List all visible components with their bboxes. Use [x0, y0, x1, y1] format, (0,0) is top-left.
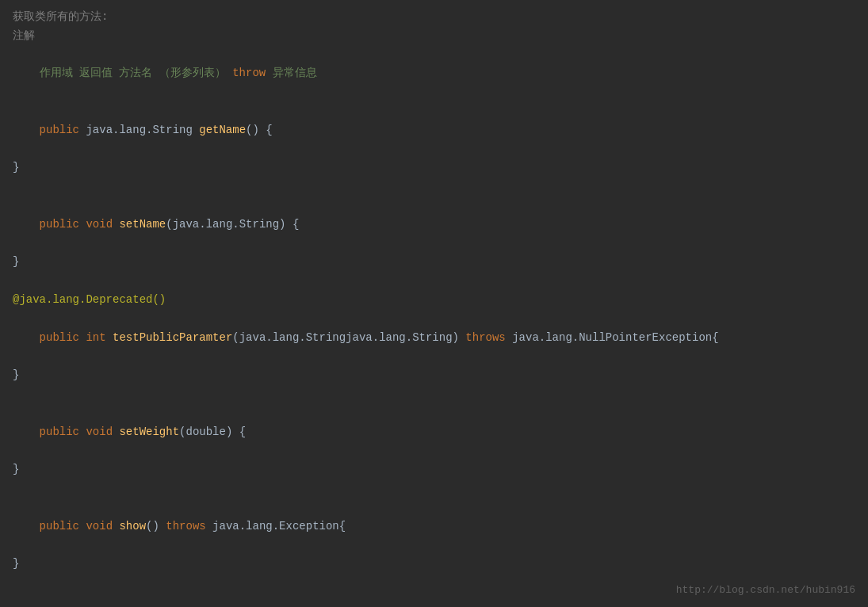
public-kw5: public: [40, 520, 79, 533]
throw-keyword: throw: [232, 67, 266, 79]
method-setWeight-close: }: [13, 460, 855, 479]
setWeight-method: setWeight: [119, 426, 179, 438]
int-kw: int: [86, 331, 105, 344]
header-line1: 获取类所有的方法:: [13, 8, 855, 27]
throws-kw2: throws: [166, 520, 205, 533]
public-kw3: public: [40, 331, 79, 344]
show-method: show: [119, 520, 146, 533]
method-setName-sig: public void setName(java.lang.String) {: [13, 197, 855, 253]
header-line3: 作用域 返回值 方法名 （形参列表） throw 异常信息: [13, 46, 855, 102]
method-show-close: }: [13, 555, 855, 574]
void-kw1: void: [86, 218, 113, 231]
method-setName-close: }: [13, 253, 855, 272]
empty2: [13, 272, 855, 291]
method-getName-sig: public java.lang.String getName() {: [13, 102, 855, 158]
deprecated-annotation: @java.lang.Deprecated(): [13, 291, 855, 310]
method-getName-close: }: [13, 158, 855, 178]
exception-text: 异常信息: [266, 67, 316, 79]
watermark-text: http://blog.csdn.net/hubin916: [676, 584, 855, 596]
method-show-sig: public void show() throws java.lang.Exce…: [13, 498, 855, 555]
public-kw2: public: [40, 218, 79, 231]
code-display: 获取类所有的方法: 注解 作用域 返回值 方法名 （形参列表） throw 异常…: [0, 0, 868, 607]
void-kw2: void: [86, 426, 113, 438]
public-kw1: public: [40, 124, 79, 136]
testPublicParamter-method: testPublicParamter: [113, 331, 232, 344]
empty1: [13, 178, 855, 197]
setName-method: setName: [119, 218, 166, 231]
void-kw3: void: [86, 520, 113, 533]
method-testPublicParamter-close: }: [13, 366, 855, 385]
getName-method: getName: [199, 124, 246, 136]
header-line2: 注解: [13, 27, 855, 46]
header-text: 作用域 返回值 方法名 （形参列表）: [40, 67, 233, 79]
empty3: [13, 385, 855, 404]
method-setWeight-sig: public void setWeight(double) {: [13, 404, 855, 460]
empty4: [13, 479, 855, 498]
method-testPublicParamter-sig: public int testPublicParamter(java.lang.…: [13, 310, 855, 366]
throws-kw1: throws: [465, 331, 505, 344]
public-kw4: public: [40, 426, 79, 438]
